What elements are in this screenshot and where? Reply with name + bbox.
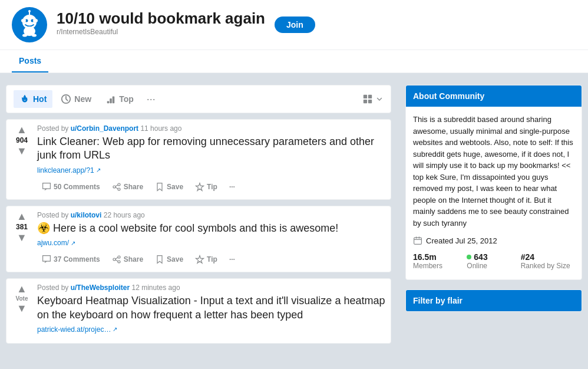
vote-column: ▲ 381 ▼: [11, 211, 32, 267]
post-author[interactable]: u/TheWebsploiter: [71, 284, 130, 292]
sort-top-button[interactable]: Top: [100, 90, 140, 108]
post-link[interactable]: ajwu.com/ ↗: [37, 239, 75, 247]
svg-point-19: [118, 183, 120, 186]
svg-line-23: [115, 187, 118, 189]
external-link-icon: ↗: [71, 240, 75, 246]
post-actions: 37 Comments Share Save Tip ···: [37, 252, 386, 267]
layout-toggle[interactable]: [362, 94, 384, 104]
comments-button[interactable]: 37 Comments: [37, 252, 105, 267]
tip-icon: [195, 182, 204, 192]
external-link-icon: ↗: [96, 167, 101, 173]
svg-line-28: [115, 258, 118, 259]
main-layout: Hot New Top ···: [0, 73, 588, 361]
tip-button[interactable]: Tip: [190, 252, 222, 267]
svg-point-4: [33, 19, 38, 22]
tip-button[interactable]: Tip: [190, 179, 222, 195]
post-content: Posted by u/Corbin_Davenport 11 hours ag…: [37, 124, 386, 195]
post-link[interactable]: linkcleaner.app/?1 ↗: [37, 166, 101, 174]
top-icon: [105, 94, 116, 104]
comment-icon: [42, 182, 51, 192]
external-link-icon: ↗: [113, 326, 117, 332]
post-emoji: ☣️: [37, 222, 50, 234]
upvote-button[interactable]: ▲: [16, 211, 27, 222]
more-button[interactable]: ···: [224, 252, 240, 266]
share-icon: [112, 255, 121, 264]
sidebar-column: About Community This is a subreddit base…: [405, 85, 582, 350]
sort-hot-button[interactable]: Hot: [14, 90, 52, 108]
svg-point-20: [113, 186, 115, 188]
svg-point-10: [32, 34, 37, 37]
upvote-button[interactable]: ▲: [16, 124, 27, 135]
hot-icon: [19, 94, 30, 104]
post-card: ▲ Vote ▼ Posted by u/TheWebsploiter 12 m…: [6, 278, 391, 344]
svg-rect-13: [110, 98, 112, 103]
svg-rect-16: [368, 95, 372, 98]
downvote-button[interactable]: ▼: [16, 303, 27, 314]
vote-column: ▲ 904 ▼: [11, 124, 32, 195]
svg-rect-31: [414, 238, 422, 244]
sort-more-button[interactable]: ···: [142, 91, 160, 108]
members-value: 16.5m: [413, 252, 467, 262]
svg-rect-15: [364, 95, 367, 98]
calendar-icon: [413, 236, 422, 245]
post-content: Posted by u/TheWebsploiter 12 minutes ag…: [37, 284, 386, 338]
sort-new-button[interactable]: New: [55, 90, 97, 108]
post-card: ▲ 904 ▼ Posted by u/Corbin_Davenport 11 …: [6, 119, 391, 200]
share-button[interactable]: Share: [107, 252, 148, 267]
subreddit-name: r/InternetIsBeautiful: [57, 28, 265, 41]
subreddit-icon: [12, 7, 47, 42]
vote-column: ▲ Vote ▼: [11, 284, 32, 338]
about-text: This is a subreddit based around sharing…: [413, 114, 574, 229]
about-community-header: About Community: [406, 85, 582, 107]
layout-icon: [362, 94, 373, 104]
post-title[interactable]: Keyboard Heatmap Visualization - Input a…: [37, 294, 386, 322]
post-meta: Posted by u/TheWebsploiter 12 minutes ag…: [37, 284, 386, 292]
chevron-down-icon: [375, 95, 384, 103]
upvote-button[interactable]: ▲: [16, 284, 27, 294]
share-button[interactable]: Share: [107, 179, 148, 195]
svg-rect-12: [107, 101, 110, 104]
tip-icon: [195, 255, 204, 264]
downvote-button[interactable]: ▼: [16, 232, 27, 243]
join-button[interactable]: Join: [275, 17, 315, 33]
online-label: Online: [467, 262, 520, 270]
svg-marker-30: [196, 256, 204, 263]
post-actions: 50 Comments Share Save Tip ···: [37, 179, 386, 195]
sort-bar: Hot New Top ···: [6, 85, 391, 113]
members-stat: 16.5m Members: [413, 252, 467, 270]
online-stat: 643 Online: [467, 252, 520, 270]
svg-point-27: [118, 261, 120, 263]
tabs-bar: Posts: [0, 50, 588, 73]
vote-count: 381: [16, 223, 28, 231]
svg-point-25: [118, 256, 120, 258]
comment-icon: [42, 255, 51, 264]
post-title[interactable]: Link Cleaner: Web app for removing unnec…: [37, 135, 386, 163]
filter-flair-header: Filter by flair: [406, 290, 582, 311]
save-button[interactable]: Save: [150, 179, 188, 195]
post-meta: Posted by u/kilotovi 22 hours ago: [37, 211, 386, 219]
svg-point-7: [28, 10, 31, 12]
members-label: Members: [413, 262, 467, 270]
svg-rect-14: [113, 97, 115, 104]
banner-title: 10/10 would bookmark again: [57, 9, 265, 28]
svg-line-29: [115, 260, 118, 261]
svg-point-26: [113, 258, 115, 261]
more-button[interactable]: ···: [224, 180, 240, 194]
posts-column: Hot New Top ···: [6, 85, 391, 350]
svg-point-3: [21, 19, 26, 22]
stats-row: 16.5m Members 643 Online #24 Ranked by S…: [413, 252, 574, 270]
created-date: Created Jul 25, 2012: [426, 236, 497, 245]
svg-marker-24: [196, 183, 204, 190]
created-row: Created Jul 25, 2012: [413, 236, 574, 245]
post-link[interactable]: patrick-wied.at/projec… ↗: [37, 325, 117, 334]
downvote-button[interactable]: ▼: [16, 146, 27, 156]
save-button[interactable]: Save: [150, 252, 188, 267]
post-title[interactable]: ☣️ Here is a cool website for cool symbo…: [37, 222, 386, 235]
online-value: 643: [467, 252, 520, 262]
save-icon: [155, 182, 164, 192]
svg-point-21: [118, 188, 120, 190]
tab-posts[interactable]: Posts: [12, 50, 48, 73]
post-author[interactable]: u/Corbin_Davenport: [71, 124, 138, 133]
comments-button[interactable]: 50 Comments: [37, 179, 105, 195]
post-author[interactable]: u/kilotovi: [71, 211, 102, 219]
